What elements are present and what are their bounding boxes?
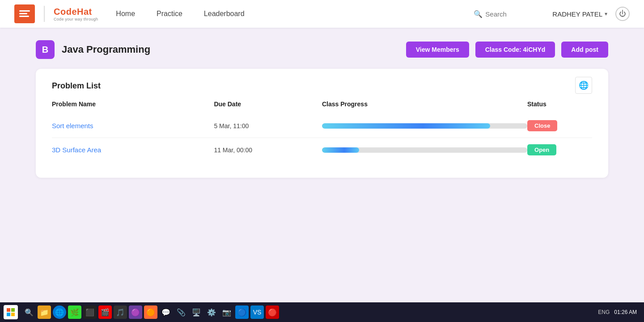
logo-icon bbox=[14, 4, 35, 23]
taskbar-app3-icon[interactable]: 🎬 bbox=[98, 305, 112, 319]
due-date-cell: 5 Mar, 11:00 bbox=[214, 114, 322, 138]
taskbar-app11-icon[interactable]: 📷 bbox=[220, 305, 233, 319]
problem-table: Problem Name Due Date Class Progress Sta… bbox=[52, 100, 592, 162]
svg-rect-0 bbox=[19, 10, 30, 12]
taskbar-vscode-icon[interactable]: VS bbox=[250, 305, 264, 319]
user-name-text: RADHEY PATEL bbox=[552, 10, 602, 18]
progress-bar-fill bbox=[322, 147, 359, 153]
status-cell: Close bbox=[527, 114, 592, 138]
progress-cell bbox=[322, 138, 527, 162]
taskbar-time: 01:26 AM bbox=[614, 309, 637, 315]
logo: CodeHat Code your way through bbox=[14, 4, 98, 23]
taskbar-app8-icon[interactable]: 📎 bbox=[174, 305, 188, 319]
logo-text: CodeHat Code your way through bbox=[54, 7, 98, 21]
taskbar-search-icon[interactable]: 🔍 bbox=[22, 305, 36, 319]
svg-rect-5 bbox=[7, 313, 10, 316]
status-cell: Open bbox=[527, 138, 592, 162]
taskbar-app4-icon[interactable]: 🎵 bbox=[114, 305, 127, 319]
problem-name-link[interactable]: 3D Surface Area bbox=[52, 146, 101, 154]
chevron-down-icon: ▾ bbox=[605, 11, 607, 17]
nav-home[interactable]: Home bbox=[116, 10, 135, 18]
col-header-problem-name: Problem Name bbox=[52, 100, 214, 114]
start-button[interactable] bbox=[4, 305, 18, 319]
progress-bar-fill bbox=[322, 123, 490, 129]
svg-rect-2 bbox=[19, 16, 29, 17]
logo-divider bbox=[44, 6, 45, 22]
page-content: B Java Programming View Members Class Co… bbox=[0, 28, 644, 196]
add-post-button[interactable]: Add post bbox=[561, 42, 608, 58]
taskbar-app13-icon[interactable]: 🔴 bbox=[266, 305, 279, 319]
taskbar-app10-icon[interactable]: ⚙️ bbox=[205, 305, 218, 319]
class-icon: B bbox=[36, 40, 55, 59]
navbar: CodeHat Code your way through Home Pract… bbox=[0, 0, 644, 28]
nav-leaderboard[interactable]: Leaderboard bbox=[204, 10, 245, 18]
svg-rect-4 bbox=[11, 308, 15, 312]
taskbar-app1-icon[interactable]: 🌿 bbox=[68, 305, 81, 319]
class-title: Java Programming bbox=[62, 44, 150, 55]
progress-bar-wrap bbox=[322, 123, 527, 129]
taskbar-app9-icon[interactable]: 🖥️ bbox=[190, 305, 203, 319]
view-members-button[interactable]: View Members bbox=[406, 42, 469, 58]
taskbar-edge-icon[interactable]: 🌐 bbox=[53, 305, 66, 319]
logo-tagline: Code your way through bbox=[54, 17, 98, 21]
taskbar: 🔍 📁 🌐 🌿 ⬛ 🎬 🎵 🟣 🟠 💬 📎 🖥️ ⚙️ 📷 🔵 VS 🔴 ENG… bbox=[0, 302, 644, 322]
navbar-nav: Home Practice Leaderboard bbox=[116, 10, 474, 18]
taskbar-right: ENG 01:26 AM bbox=[598, 309, 640, 315]
col-header-due-date: Due Date bbox=[214, 100, 322, 114]
class-code-button[interactable]: Class Code: 4iCHYd bbox=[475, 42, 555, 58]
taskbar-app5-icon[interactable]: 🟣 bbox=[129, 305, 142, 319]
power-button[interactable]: ⏻ bbox=[615, 7, 630, 21]
problem-list-card: 🌐 Problem List Problem Name Due Date Cla… bbox=[36, 69, 608, 178]
table-row: Sort elements5 Mar, 11:00Close bbox=[52, 114, 592, 138]
due-date-cell: 11 Mar, 00:00 bbox=[214, 138, 322, 162]
nav-practice[interactable]: Practice bbox=[157, 10, 182, 18]
taskbar-app12-icon[interactable]: 🔵 bbox=[235, 305, 249, 319]
taskbar-files-icon[interactable]: 📁 bbox=[38, 305, 51, 319]
logo-name-code: Code bbox=[54, 7, 77, 17]
problem-name-link[interactable]: Sort elements bbox=[52, 122, 93, 130]
taskbar-app2-icon[interactable]: ⬛ bbox=[83, 305, 97, 319]
progress-cell bbox=[322, 114, 527, 138]
translate-icon: 🌐 bbox=[575, 77, 592, 94]
col-header-status: Status bbox=[527, 100, 592, 114]
logo-name-hat: Hat bbox=[77, 7, 92, 17]
search-input[interactable] bbox=[485, 10, 543, 18]
col-header-class-progress: Class Progress bbox=[322, 100, 527, 114]
user-name[interactable]: RADHEY PATEL ▾ bbox=[552, 10, 607, 18]
status-badge[interactable]: Close bbox=[527, 120, 557, 131]
taskbar-app7-icon[interactable]: 💬 bbox=[159, 305, 173, 319]
navbar-user: RADHEY PATEL ▾ ⏻ bbox=[552, 7, 630, 21]
class-title-wrap: B Java Programming bbox=[36, 40, 150, 59]
svg-rect-1 bbox=[19, 13, 27, 14]
search-icon: 🔍 bbox=[474, 10, 483, 18]
svg-rect-3 bbox=[7, 308, 10, 312]
navbar-search: 🔍 bbox=[474, 10, 543, 18]
problem-list-title: Problem List bbox=[52, 81, 592, 91]
status-badge[interactable]: Open bbox=[527, 144, 556, 155]
class-header: B Java Programming View Members Class Co… bbox=[36, 40, 608, 59]
table-row: 3D Surface Area11 Mar, 00:00Open bbox=[52, 138, 592, 162]
taskbar-app6-icon[interactable]: 🟠 bbox=[144, 305, 157, 319]
svg-rect-6 bbox=[11, 313, 15, 316]
class-actions: View Members Class Code: 4iCHYd Add post bbox=[406, 42, 608, 58]
taskbar-lang: ENG bbox=[598, 309, 610, 315]
progress-bar-wrap bbox=[322, 147, 527, 153]
logo-name: CodeHat bbox=[54, 7, 98, 17]
